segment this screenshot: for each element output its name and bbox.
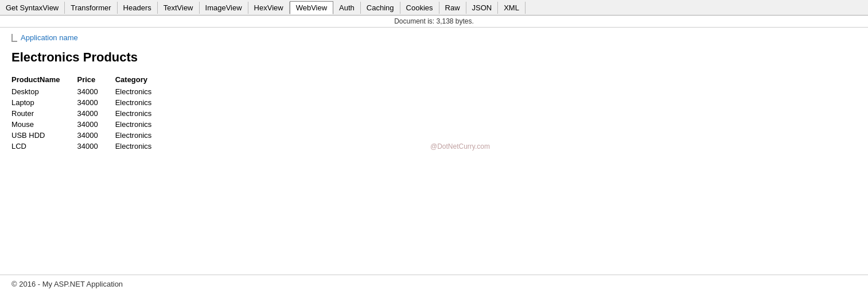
watermark: @DotNetCurry.com	[430, 142, 490, 150]
app-name-label: Application name	[21, 33, 78, 42]
toolbar-tab-cookies[interactable]: Cookies	[400, 2, 439, 14]
toolbar-tab-auth[interactable]: Auth	[333, 2, 361, 14]
toolbar-tab-get-syntaxview[interactable]: Get SyntaxView	[0, 2, 65, 14]
footer-text: © 2016 - My ASP.NET Application	[11, 280, 123, 288]
toolbar-tab-headers[interactable]: Headers	[118, 2, 158, 14]
product-category: Electronics	[115, 108, 169, 119]
product-category: Electronics	[115, 141, 169, 152]
statusbar: Document is: 3,138 bytes.	[0, 16, 868, 28]
product-price: 34000	[77, 108, 115, 119]
table-body: Desktop34000ElectronicsLaptop34000Electr…	[11, 86, 169, 152]
product-name: Router	[11, 108, 77, 119]
webview-panel: Application name Electronics Products Pr…	[0, 28, 868, 269]
product-name: USB HDD	[11, 130, 77, 141]
product-category: Electronics	[115, 119, 169, 130]
product-price: 34000	[77, 86, 115, 97]
product-price: 34000	[77, 141, 115, 152]
product-price: 34000	[77, 130, 115, 141]
product-name: Laptop	[11, 97, 77, 108]
table-row: Router34000Electronics	[11, 108, 169, 119]
table-row: Laptop34000Electronics	[11, 97, 169, 108]
table-row: Desktop34000Electronics	[11, 86, 169, 97]
product-category: Electronics	[115, 130, 169, 141]
toolbar-tab-transformer[interactable]: Transformer	[65, 2, 117, 14]
table-header-productname: ProductName	[11, 74, 77, 86]
footer: © 2016 - My ASP.NET Application	[0, 275, 868, 293]
toolbar-tab-raw[interactable]: Raw	[439, 2, 466, 14]
products-table: ProductNamePriceCategory Desktop34000Ele…	[11, 74, 169, 152]
toolbar-tab-caching[interactable]: Caching	[361, 2, 400, 14]
breadcrumb: Application name	[11, 33, 857, 44]
table-header-row: ProductNamePriceCategory	[11, 74, 169, 86]
status-text: Document is: 3,138 bytes.	[394, 17, 474, 25]
product-name: Mouse	[11, 119, 77, 130]
table-row: USB HDD34000Electronics	[11, 130, 169, 141]
toolbar-tab-imageview[interactable]: ImageView	[200, 2, 248, 14]
app-name-link[interactable]: Application name	[21, 33, 78, 42]
page-title: Electronics Products	[11, 50, 857, 65]
table-header-price: Price	[77, 74, 115, 86]
table-row: LCD34000Electronics	[11, 141, 169, 152]
toolbar-tab-json[interactable]: JSON	[466, 2, 499, 14]
toolbar-tab-webview[interactable]: WebView	[290, 1, 333, 14]
product-price: 34000	[77, 119, 115, 130]
toolbar-tab-hexview[interactable]: HexView	[248, 2, 290, 14]
toolbar-tab-xml[interactable]: XML	[498, 2, 526, 14]
table-header: ProductNamePriceCategory	[11, 74, 169, 86]
product-name: LCD	[11, 141, 77, 152]
product-category: Electronics	[115, 97, 169, 108]
breadcrumb-separator-icon	[11, 34, 17, 42]
product-name: Desktop	[11, 86, 77, 97]
product-category: Electronics	[115, 86, 169, 97]
toolbar: Get SyntaxViewTransformerHeadersTextView…	[0, 0, 868, 16]
table-row: Mouse34000Electronics	[11, 119, 169, 130]
table-header-category: Category	[115, 74, 169, 86]
toolbar-tab-textview[interactable]: TextView	[158, 2, 200, 14]
product-price: 34000	[77, 97, 115, 108]
